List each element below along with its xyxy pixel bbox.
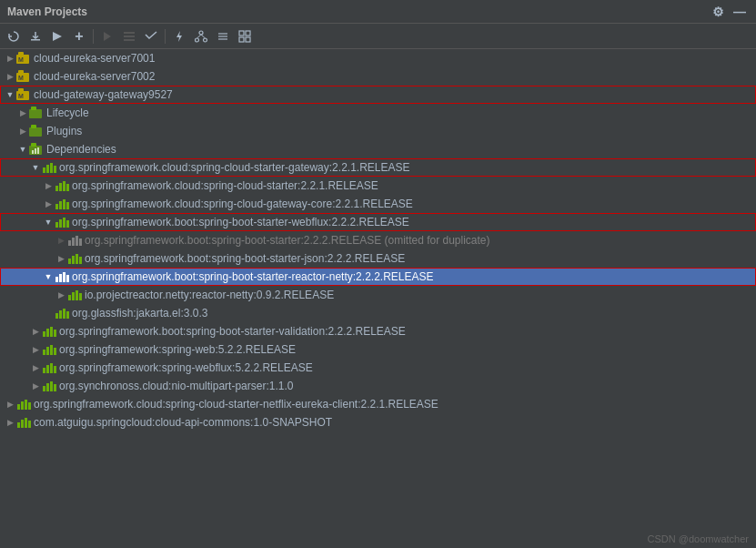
add-btn[interactable]: + (69, 26, 89, 46)
svg-rect-43 (66, 184, 69, 191)
svg-rect-87 (54, 384, 56, 391)
dep-bar-icon-gray (67, 233, 82, 248)
arrow-icon: ▶ (42, 199, 55, 208)
tree-node-gateway-9527[interactable]: ▼ M cloud-gateway-gateway9527 (0, 86, 756, 104)
svg-rect-49 (59, 219, 62, 228)
dep-bar-icon (16, 397, 31, 411)
svg-rect-93 (21, 420, 24, 428)
tree-node-dep-reactor-netty[interactable]: ▼ org.springframework.boot:spring-boot-s… (0, 268, 756, 286)
svg-rect-0 (31, 39, 40, 41)
svg-rect-63 (66, 275, 69, 282)
tree-node-dep-multipart[interactable]: ▶ org.synchronoss.cloud:nio-multipart-pa… (0, 377, 756, 395)
dep-bar-icon (42, 342, 56, 357)
lifecycle-icon (29, 106, 44, 120)
svg-rect-29 (29, 127, 42, 137)
svg-rect-67 (79, 293, 82, 300)
refresh-btn[interactable] (4, 26, 24, 46)
svg-rect-4 (124, 39, 135, 41)
arrow-icon: ▼ (42, 218, 55, 227)
tree-node-lifecycle[interactable]: ▶ Lifecycle (0, 104, 756, 122)
tree-node-dep-spring-web[interactable]: ▶ org.springframework:spring-web:5.2.2.R… (0, 340, 756, 359)
svg-line-9 (197, 35, 202, 38)
panel-header: Maven Projects ⚙ — (0, 0, 756, 24)
svg-rect-39 (54, 166, 56, 173)
import-btn[interactable] (47, 26, 67, 46)
svg-rect-75 (54, 330, 56, 337)
svg-rect-19 (18, 52, 24, 56)
arrow-icon: ▶ (29, 363, 42, 372)
svg-rect-84 (43, 386, 45, 391)
tree-container[interactable]: ▶ M cloud-eureka-server7001 ▶ M (0, 49, 756, 548)
tree-node-dep-omitted[interactable]: ▶ org.springframework.boot:spring-boot-s… (0, 231, 756, 249)
download-btn[interactable] (25, 26, 45, 46)
svg-line-10 (201, 35, 206, 38)
maven-projects-panel: Maven Projects ⚙ — + (0, 0, 756, 548)
graph-btn[interactable] (191, 26, 211, 46)
svg-rect-51 (66, 220, 69, 228)
svg-text:M: M (18, 93, 24, 99)
run-btn[interactable] (97, 26, 117, 46)
profile-btn[interactable] (235, 26, 255, 46)
tree-node-dep-webflux2[interactable]: ▶ org.springframework:spring-webflux:5.2… (0, 359, 756, 377)
tree-node-dep-starter[interactable]: ▶ org.springframework.cloud:spring-cloud… (0, 177, 756, 195)
tree-node-dep-webflux[interactable]: ▼ org.springframework.boot:spring-boot-s… (0, 213, 756, 231)
dep-bar-icon (42, 360, 56, 375)
plugins-icon (29, 124, 44, 138)
node-label: org.springframework.boot:spring-boot-sta… (85, 252, 405, 265)
svg-rect-83 (54, 366, 56, 373)
tree-node-dep-gateway[interactable]: ▼ org.springframework.cloud:spring-cloud… (0, 158, 756, 177)
arrow-icon: ▶ (29, 381, 42, 391)
svg-rect-74 (50, 327, 53, 337)
tree-node-dep-eureka-client[interactable]: ▶ org.springframework.cloud:spring-cloud… (0, 395, 756, 413)
svg-rect-81 (46, 365, 49, 373)
svg-rect-59 (79, 257, 82, 264)
maven-project-icon: M (16, 69, 31, 84)
run-config-btn[interactable] (119, 26, 139, 46)
svg-rect-40 (55, 186, 58, 191)
svg-rect-3 (124, 36, 135, 37)
header-actions: ⚙ — (710, 4, 749, 20)
tree-node-dep-jakarta[interactable]: org.glassfish:jakarta.el:3.0.3 (0, 304, 756, 322)
svg-rect-50 (63, 218, 66, 228)
tree-node-eureka-7001[interactable]: ▶ M cloud-eureka-server7001 (0, 49, 756, 67)
svg-rect-73 (46, 329, 49, 337)
tree-node-dependencies[interactable]: ▼ Dependencies (0, 140, 756, 158)
dep-gateway-wrapper: ▼ org.springframework.cloud:spring-cloud… (0, 158, 756, 177)
lifecycle-btn[interactable] (141, 26, 161, 46)
node-label: io.projectreactor.netty:reactor-netty:0.… (85, 289, 334, 301)
panel-title: Maven Projects (7, 5, 87, 18)
svg-rect-70 (63, 309, 66, 319)
dep-bar-icon (55, 215, 69, 229)
node-label: Dependencies (46, 143, 116, 156)
tree-node-plugins[interactable]: ▶ Plugins (0, 122, 756, 140)
tree-node-dep-api-commons[interactable]: ▶ com.atguigu.springcloud:cloud-api-comm… (0, 413, 756, 431)
arrow-icon: ▶ (4, 54, 16, 63)
tree-node-dep-json[interactable]: ▶ org.springframework.boot:spring-boot-s… (0, 249, 756, 268)
bolt-btn[interactable] (169, 26, 189, 46)
svg-rect-71 (66, 311, 69, 319)
tree-node-gateway-wrapper: ▼ M cloud-gateway-gateway9527 (0, 86, 756, 104)
tree-node-eureka-7002[interactable]: ▶ M cloud-eureka-server7002 (0, 67, 756, 86)
svg-rect-17 (246, 37, 250, 42)
hide-icon[interactable]: — (731, 4, 749, 20)
svg-rect-52 (68, 240, 71, 246)
tree-node-dep-validation[interactable]: ▶ org.springframework.boot:spring-boot-s… (0, 322, 756, 340)
svg-rect-37 (46, 165, 49, 173)
svg-rect-76 (43, 350, 45, 355)
svg-rect-2 (124, 32, 135, 34)
dep-bar-icon (55, 306, 69, 320)
toolbar-sep-1 (93, 29, 94, 44)
tree-node-dep-gateway-core[interactable]: ▶ org.springframework.cloud:spring-cloud… (0, 195, 756, 213)
svg-rect-47 (66, 202, 69, 209)
svg-rect-82 (50, 363, 53, 373)
dep-bar-icon (42, 379, 56, 393)
svg-rect-69 (59, 310, 62, 319)
dep-webflux-wrapper: ▼ org.springframework.boot:spring-boot-s… (0, 213, 756, 231)
watermark: CSDN @doomwatcher (648, 533, 749, 544)
tree-node-dep-reactor-netty-sub[interactable]: ▶ io.projectreactor.netty:reactor-netty:… (0, 286, 756, 304)
svg-rect-57 (72, 256, 75, 264)
settings-icon[interactable]: ⚙ (710, 4, 727, 20)
svg-rect-46 (63, 199, 66, 209)
maven-project-icon: M (16, 87, 31, 102)
skip-btn[interactable] (213, 26, 233, 46)
